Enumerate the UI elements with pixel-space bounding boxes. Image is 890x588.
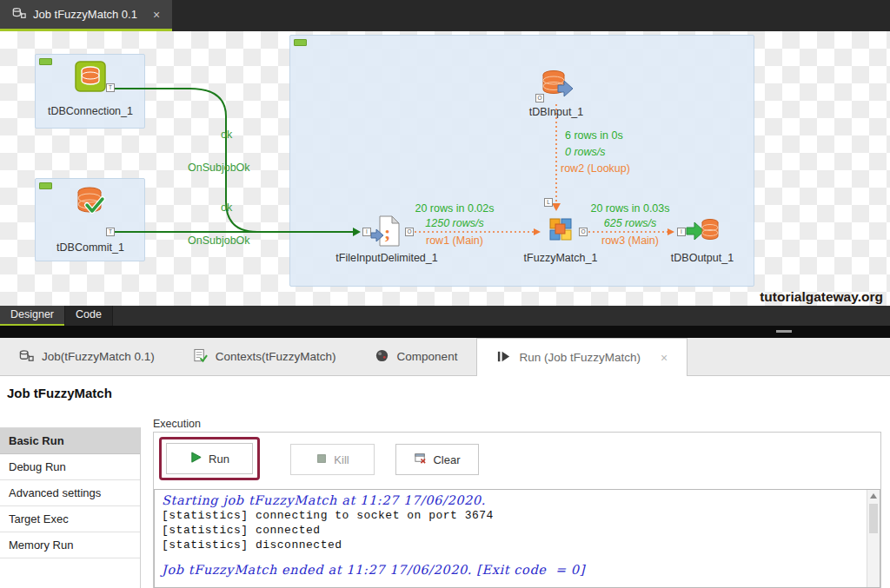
subjob-collapse-chip[interactable] (294, 39, 307, 46)
job-icon (12, 6, 26, 23)
component-label: tDBInput_1 (529, 106, 584, 118)
trigger-name-label: OnSubjobOk (188, 235, 250, 247)
run-icon (496, 349, 511, 367)
clear-button-label: Clear (433, 453, 460, 466)
component-icon (375, 348, 389, 366)
tdbcommit-icon (73, 184, 108, 219)
tab-code[interactable]: Code (64, 306, 113, 326)
row3-stat: 20 rows in 0.03s (567, 202, 694, 215)
sidebar-item-debug-run[interactable]: Debug Run (0, 454, 140, 480)
row2-rate: 0 rows/s (565, 146, 606, 158)
tab-label: Job(tFuzzyMatch 0.1) (42, 350, 155, 363)
component-label: tDBConnection_1 (48, 105, 133, 117)
divider-scroll-handle[interactable] (776, 330, 792, 333)
close-icon[interactable]: × (661, 351, 668, 365)
design-canvas[interactable]: tDBConnection_1 tDBCommit_1 tDB (0, 31, 890, 306)
console-line: Starting job tFuzzyMatch at 11:27 17/06/… (162, 493, 859, 508)
console-line: [statistics] connected (162, 523, 859, 538)
row2-name: row2 (Lookup) (561, 162, 630, 175)
output-anchor[interactable]: O (405, 228, 414, 236)
tab-component[interactable]: Component (355, 338, 477, 375)
close-icon[interactable]: × (153, 8, 160, 22)
sidebar-item-target-exec[interactable]: Target Exec (0, 506, 140, 532)
row2-stat: 6 rows in 0s (565, 129, 623, 142)
component-tdbcommit[interactable]: tDBCommit_1 (39, 184, 142, 254)
component-label: tFuzzyMatch_1 (524, 252, 598, 264)
console-scrollbar[interactable] (867, 490, 880, 587)
run-sidebar: Basic Run Debug Run Advanced settings Ta… (0, 427, 141, 588)
panel-divider (0, 326, 890, 338)
run-button[interactable]: Run (166, 443, 253, 474)
tab-run[interactable]: Run (Job tFuzzyMatch) × (476, 338, 687, 376)
tab-label: Run (Job tFuzzyMatch) (519, 351, 641, 364)
tab-label: Contexts(tFuzzyMatch) (216, 350, 336, 363)
editor-tabs-bar: Job(tFuzzyMatch 0.1) Contexts(tFuzzyMatc… (0, 338, 890, 376)
sidebar-item-advanced-settings[interactable]: Advanced settings (0, 480, 140, 506)
run-view-title: Job tFuzzyMatch (7, 386, 112, 400)
component-label: tFileInputDelimited_1 (335, 252, 437, 264)
lookup-anchor[interactable]: L (544, 198, 553, 207)
scroll-up-icon[interactable] (870, 493, 877, 499)
clear-icon (414, 452, 427, 467)
console-line (162, 552, 859, 563)
component-label: tDBCommit_1 (56, 241, 124, 254)
output-anchor[interactable]: O (535, 94, 544, 102)
component-tdbconnection[interactable]: tDBConnection_1 (39, 59, 142, 117)
svg-text:;: ; (384, 221, 390, 243)
sidebar-item-memory-run[interactable]: Memory Run (0, 532, 140, 558)
window-titlebar: Job tFuzzyMatch 0.1 × (0, 0, 890, 31)
view-mode-bar: Designer Code (0, 306, 890, 326)
console-line: Job tFuzzyMatch ended at 11:27 17/06/202… (162, 563, 859, 578)
tab-contexts[interactable]: Contexts(tFuzzyMatch) (174, 338, 355, 375)
window-tab-job[interactable]: Job tFuzzyMatch 0.1 × (0, 0, 172, 31)
row1-stat: 20 rows in 0.02s (391, 202, 518, 215)
job-icon (19, 348, 34, 366)
trigger-anchor[interactable]: T (106, 83, 115, 92)
component-label: tDBOutput_1 (671, 252, 734, 264)
console-line: [statistics] connecting to socket on por… (162, 508, 859, 523)
execution-console[interactable]: Starting job tFuzzyMatch at 11:27 17/06/… (154, 489, 880, 588)
play-icon (189, 451, 203, 466)
window-tab-label: Job tFuzzyMatch 0.1 (33, 8, 137, 21)
kill-button-label: Kill (334, 453, 349, 466)
output-anchor[interactable]: O (579, 228, 588, 236)
row3-name: row3 (Main) (567, 235, 694, 247)
sidebar-item-basic-run[interactable]: Basic Run (0, 428, 140, 454)
input-anchor[interactable]: I (677, 228, 686, 236)
tdbinput-icon (539, 68, 574, 102)
tab-label: Component (397, 350, 458, 363)
input-anchor[interactable]: I (362, 228, 371, 236)
kill-button[interactable]: Kill (290, 444, 375, 475)
tdbconnection-icon (73, 59, 108, 94)
watermark-text: tutorialgateway.org (760, 289, 883, 305)
run-view: Job tFuzzyMatch Basic Run Debug Run Adva… (0, 376, 890, 588)
trigger-ok-label: ok (221, 129, 232, 141)
console-line: [statistics] disconnected (162, 538, 859, 552)
run-button-label: Run (209, 453, 229, 466)
scroll-thumb[interactable] (869, 504, 878, 533)
tab-job[interactable]: Job(tFuzzyMatch 0.1) (0, 338, 174, 375)
trigger-anchor[interactable]: T (106, 228, 115, 236)
component-tdbinput[interactable]: tDBInput_1 (508, 68, 604, 118)
row1-name: row1 (Main) (391, 235, 518, 247)
tab-designer[interactable]: Designer (0, 306, 64, 326)
execution-group-label: Execution (153, 418, 201, 430)
contexts-icon (193, 348, 208, 366)
trigger-name-label: OnSubjobOk (188, 162, 250, 174)
kill-icon (315, 453, 328, 467)
clear-button[interactable]: Clear (395, 444, 479, 475)
trigger-ok-label: ok (221, 202, 232, 214)
